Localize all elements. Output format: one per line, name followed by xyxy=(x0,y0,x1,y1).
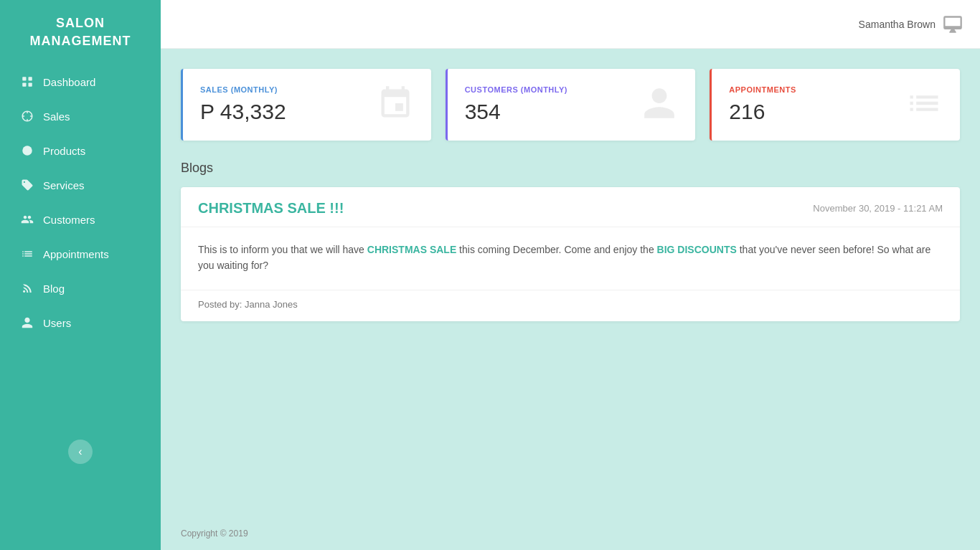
customers-stat-value: 354 xyxy=(465,100,567,124)
blog-card-header: CHRISTMAS SALE !!! November 30, 2019 - 1… xyxy=(181,187,960,227)
footer: Copyright © 2019 xyxy=(161,517,980,550)
svg-rect-0 xyxy=(22,77,26,81)
appointments-icon xyxy=(20,247,34,261)
appointments-stat-info: APPOINTMENTS 216 xyxy=(729,85,796,124)
sales-stat-icon xyxy=(377,85,414,125)
sidebar-item-sales[interactable]: Sales xyxy=(0,99,161,133)
sidebar-item-dashboard-label: Dashboard xyxy=(43,76,95,88)
sales-stat-card: SALES (MONTHLY) P 43,332 xyxy=(181,69,431,141)
customers-stat-info: CUSTOMERS (MONTHLY) 354 xyxy=(465,85,567,124)
dashboard-icon xyxy=(20,75,34,89)
sidebar-item-sales-label: Sales xyxy=(43,110,70,123)
user-name: Samantha Brown xyxy=(859,19,936,30)
main-content: Samantha Brown SALES (MONTHLY) P 43,332 xyxy=(161,0,980,550)
sidebar: SALONMANAGEMENT Dashboard Sales Products xyxy=(0,0,161,550)
monitor-icon xyxy=(943,14,963,34)
blog-post-content: This is to inform you that we will have … xyxy=(198,242,943,274)
customers-icon xyxy=(20,212,34,227)
products-icon xyxy=(20,143,34,158)
appointments-stat-value: 216 xyxy=(729,100,796,124)
content-area: SALES (MONTHLY) P 43,332 CUSTOMERS (MONT… xyxy=(161,49,980,517)
header: Samantha Brown xyxy=(161,0,980,49)
sales-icon xyxy=(20,109,34,123)
sidebar-item-dashboard[interactable]: Dashboard xyxy=(0,65,161,99)
customers-stat-icon xyxy=(641,85,678,125)
sidebar-item-services-label: Services xyxy=(43,179,85,191)
sidebar-item-appointments[interactable]: Appointments xyxy=(0,237,161,271)
sidebar-title: SALONMANAGEMENT xyxy=(0,0,161,65)
sales-stat-info: SALES (MONTHLY) P 43,332 xyxy=(200,85,286,124)
svg-rect-2 xyxy=(22,83,26,87)
stats-row: SALES (MONTHLY) P 43,332 CUSTOMERS (MONT… xyxy=(181,69,960,141)
blogs-section-title: Blogs xyxy=(181,161,960,176)
customers-stat-card: CUSTOMERS (MONTHLY) 354 xyxy=(446,69,696,141)
sidebar-item-services[interactable]: Services xyxy=(0,168,161,202)
sidebar-item-users-label: Users xyxy=(43,317,71,329)
sidebar-item-blog[interactable]: Blog xyxy=(0,271,161,305)
svg-point-4 xyxy=(22,146,32,156)
sidebar-item-customers-label: Customers xyxy=(43,214,95,226)
blog-post-footer: Posted by: Janna Jones xyxy=(181,290,960,321)
users-icon xyxy=(20,316,34,330)
blog-posted-by: Posted by: Janna Jones xyxy=(198,299,943,310)
sales-stat-value: P 43,332 xyxy=(200,100,286,124)
blog-post-date: November 30, 2019 - 11:21 AM xyxy=(813,203,943,214)
blog-icon xyxy=(20,281,34,295)
appointments-stat-label: APPOINTMENTS xyxy=(729,85,796,94)
customers-stat-label: CUSTOMERS (MONTHLY) xyxy=(465,85,567,94)
appointments-stat-card: APPOINTMENTS 216 xyxy=(710,69,960,141)
sidebar-item-appointments-label: Appointments xyxy=(43,248,109,260)
blog-card: CHRISTMAS SALE !!! November 30, 2019 - 1… xyxy=(181,187,960,321)
svg-rect-1 xyxy=(29,77,32,81)
sales-stat-label: SALES (MONTHLY) xyxy=(200,85,286,94)
blog-post-body: This is to inform you that we will have … xyxy=(181,227,960,283)
svg-rect-3 xyxy=(29,83,32,87)
appointments-stat-icon xyxy=(905,85,943,125)
blog-post-title: CHRISTMAS SALE !!! xyxy=(198,200,344,217)
sidebar-item-products-label: Products xyxy=(43,145,85,157)
sidebar-nav: Dashboard Sales Products Services xyxy=(0,65,161,340)
footer-copyright: Copyright © 2019 xyxy=(181,528,248,539)
sidebar-item-users[interactable]: Users xyxy=(0,305,161,340)
sidebar-item-products[interactable]: Products xyxy=(0,133,161,168)
sidebar-item-customers[interactable]: Customers xyxy=(0,202,161,237)
services-icon xyxy=(20,178,34,192)
sidebar-item-blog-label: Blog xyxy=(43,283,65,295)
sidebar-collapse-button[interactable]: ‹ xyxy=(68,440,93,464)
